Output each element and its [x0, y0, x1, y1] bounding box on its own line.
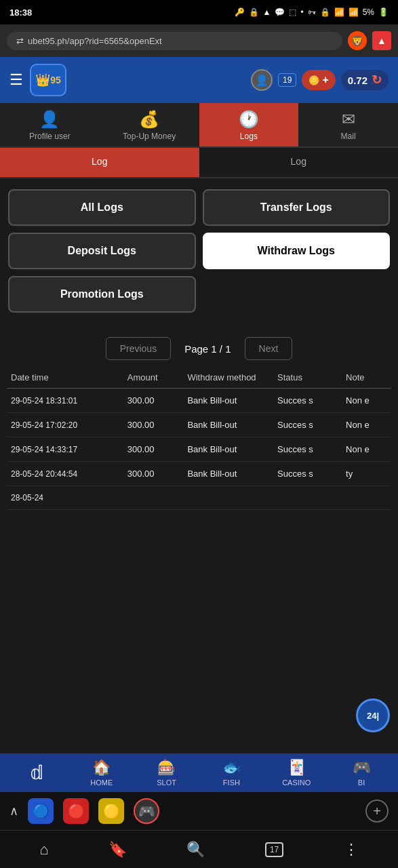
balance-value: 0.72 [348, 75, 367, 86]
col-status: Status [273, 367, 342, 389]
battery-icon: ⬚ [289, 7, 296, 17]
key-icon: 🔑 [235, 7, 245, 17]
cell-note: Non e [342, 389, 391, 413]
lock-icon: 🔒 [249, 7, 259, 17]
add-tab-button[interactable]: + [365, 800, 389, 823]
col-note: Note [342, 367, 391, 389]
cell-method [183, 486, 273, 510]
tab-profile[interactable]: 👤 Profile user [0, 103, 100, 146]
shield-icon: 🔒 [320, 7, 330, 17]
triangle-icon[interactable]: ▲ [372, 31, 391, 50]
chevron-up-icon[interactable]: ∧ [9, 804, 18, 818]
status-bar: 18:38 🔑 🔒 ▲ 💬 ⬚ • 🗝 🔒 📶 📶 5% 🔋 [0, 0, 398, 24]
app-icon-1[interactable]: 🔵 [28, 798, 54, 824]
support-button[interactable]: 24| [356, 698, 390, 732]
bi-label: BI [358, 778, 365, 787]
log-buttons-grid: All Logs Transfer Logs Deposit Logs With… [0, 178, 398, 323]
app-icon-2[interactable]: 🔴 [63, 798, 89, 824]
bottom-nav-tiktok[interactable]: 𝕕 [4, 762, 69, 784]
tab-mail[interactable]: ✉ Mail [298, 103, 398, 146]
avatar[interactable]: 👤 [251, 69, 273, 91]
cell-date: 29-05-24 17:02:20 [7, 413, 123, 437]
bottom-nav-fish[interactable]: 🐟 FISH [199, 759, 264, 787]
sub-nav-log2[interactable]: Log [199, 148, 399, 177]
location-icon: ▲ [263, 7, 271, 17]
withdraw-logs-button[interactable]: Withdraw Logs [203, 233, 391, 269]
table-row: 28-05-24 20:44:54 300.00 Bank Bill-out S… [7, 462, 391, 486]
next-button[interactable]: Next [245, 337, 293, 360]
url-icon: ⇄ [16, 36, 24, 46]
menu-icon[interactable]: ☰ [9, 71, 23, 89]
app-icon-4[interactable]: 🎮 [134, 798, 159, 824]
slot-icon: 🎰 [157, 759, 176, 776]
bottom-nav-home[interactable]: 🏠 HOME [69, 759, 134, 787]
col-amount: Amount [123, 367, 184, 389]
home-icon: 🏠 [92, 759, 111, 776]
wifi-icon: 📶 [334, 7, 344, 17]
more-icon[interactable]: ⋮ [344, 841, 359, 859]
battery-bar: 🔋 [378, 7, 389, 17]
cell-method: Bank Bill-out [183, 389, 273, 413]
bottom-nav-casino[interactable]: 🃏 CASINO [264, 759, 329, 787]
logo-crown: 👑 [35, 73, 50, 87]
logo-text: 95 [50, 75, 61, 85]
cell-amount: 300.00 [123, 437, 184, 462]
slot-label: SLOT [157, 778, 176, 787]
casino-label: CASINO [282, 778, 311, 787]
table-container: Date time Amount Withdraw method Status … [0, 367, 398, 517]
sub-nav: Log Log [0, 148, 398, 178]
browser-bar: ⇄ ubet95.ph/app?rid=6565&openExt 🦁 ▲ [0, 24, 398, 57]
profile-tab-label: Profile user [29, 132, 71, 141]
coin-add-button[interactable]: 🪙 + [302, 70, 335, 90]
system-home-icon[interactable]: ⌂ [39, 841, 48, 859]
transfer-logs-button[interactable]: Transfer Logs [203, 189, 391, 226]
cell-status: Succes s [273, 389, 342, 413]
withdraw-log-table: Date time Amount Withdraw method Status … [7, 367, 391, 510]
tiktok-icon: 𝕕 [30, 762, 43, 784]
search-icon[interactable]: 🔍 [186, 841, 205, 859]
cell-amount: 300.00 [123, 462, 184, 486]
tab-topup[interactable]: 💰 Top-Up Money [100, 103, 199, 146]
deposit-logs-button[interactable]: Deposit Logs [8, 233, 196, 269]
coin-icon: 🪙 [309, 75, 319, 85]
refresh-button[interactable]: ↻ [372, 73, 382, 87]
status-time: 18:38 [9, 7, 32, 18]
topup-icon: 💰 [139, 110, 159, 129]
bottom-nav-slot[interactable]: 🎰 SLOT [134, 759, 199, 787]
casino-icon: 🃏 [287, 759, 306, 776]
system-nav: ⌂ 🔖 🔍 17 ⋮ [0, 830, 398, 868]
cell-amount [123, 486, 184, 510]
header-right: 👤 19 🪙 + 0.72 ↻ [251, 69, 389, 91]
cell-status: Succes s [273, 462, 342, 486]
cell-note [342, 486, 391, 510]
table-row: 29-05-24 14:33:17 300.00 Bank Bill-out S… [7, 437, 391, 462]
cell-date: 28-05-24 [7, 486, 123, 510]
brave-browser-icon[interactable]: 🦁 [348, 31, 367, 50]
sub-nav-log1[interactable]: Log [0, 148, 199, 177]
fish-label: FISH [223, 778, 240, 787]
table-row: 28-05-24 [7, 486, 391, 510]
table-header-row: Date time Amount Withdraw method Status … [7, 367, 391, 389]
url-bar[interactable]: ⇄ ubet95.ph/app?rid=6565&openExt [7, 32, 342, 50]
cell-note: ty [342, 462, 391, 486]
promotion-logs-button[interactable]: Promotion Logs [8, 276, 196, 313]
tab-count[interactable]: 17 [265, 842, 283, 857]
topup-tab-label: Top-Up Money [123, 132, 176, 141]
cell-method: Bank Bill-out [183, 413, 273, 437]
cell-amount: 300.00 [123, 389, 184, 413]
col-method: Withdraw method [183, 367, 273, 389]
app-icon-3[interactable]: 🟡 [98, 798, 124, 824]
logs-tab-label: Logs [240, 132, 258, 141]
bottom-nav: 𝕕 🏠 HOME 🎰 SLOT 🐟 FISH 🃏 CASINO 🎮 BI [0, 753, 398, 792]
bottom-nav-bi[interactable]: 🎮 BI [329, 759, 394, 787]
bi-icon: 🎮 [353, 759, 371, 776]
tab-logs[interactable]: 🕐 Logs [199, 103, 299, 146]
mail-icon: ✉ [342, 110, 355, 129]
table-row: 29-05-24 17:02:20 300.00 Bank Bill-out S… [7, 413, 391, 437]
cell-date: 29-05-24 18:31:01 [7, 389, 123, 413]
all-logs-button[interactable]: All Logs [8, 189, 196, 226]
bookmark-icon[interactable]: 🔖 [108, 841, 127, 859]
previous-button[interactable]: Previous [106, 337, 171, 360]
mail-tab-label: Mail [341, 132, 356, 141]
cell-method: Bank Bill-out [183, 437, 273, 462]
